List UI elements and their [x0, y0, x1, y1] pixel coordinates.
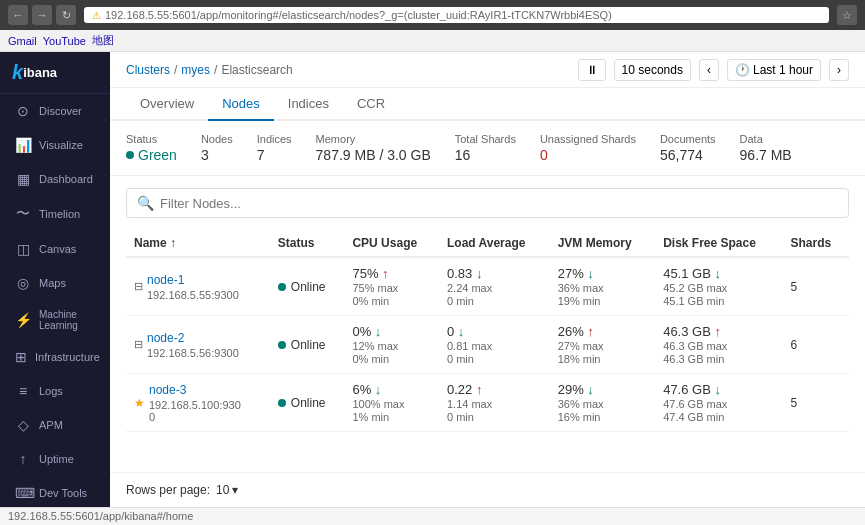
youtube-link[interactable]: YouTube	[43, 35, 86, 47]
uptime-icon: ↑	[15, 451, 31, 467]
cell-shards: 6	[783, 316, 849, 374]
maps-link[interactable]: 地图	[92, 33, 114, 48]
breadcrumb-sep: /	[214, 63, 217, 77]
url-bar[interactable]: ⚠ 192.168.5.55:5601/app/monitoring#/elas…	[84, 7, 829, 23]
cell-node-name: ★ node-3 192.168.5.100:9300	[126, 374, 270, 432]
sidebar-item-ml[interactable]: ⚡ Machine Learning	[0, 300, 110, 340]
sidebar-item-devtools[interactable]: ⌨ Dev Tools	[0, 476, 110, 507]
sidebar-item-label: Maps	[39, 277, 66, 289]
up-arrow-icon: ↑	[382, 266, 389, 281]
load-sub2: 0 min	[447, 295, 542, 307]
jvm-sub2: 16% min	[558, 411, 647, 423]
stat-unassigned-shards: Unassigned Shards 0	[540, 133, 636, 163]
filter-bar[interactable]: 🔍	[126, 188, 849, 218]
col-header-jvm: JVM Memory	[550, 230, 655, 257]
node-grid-icon: ⊟	[134, 338, 143, 351]
data-value: 96.7 MB	[740, 147, 792, 163]
jvm-main: 26% ↑	[558, 324, 647, 339]
tab-ccr[interactable]: CCR	[343, 88, 399, 121]
rows-footer: Rows per page: 10 ▾	[110, 472, 865, 507]
back-button[interactable]: ←	[8, 5, 28, 25]
node-1-ip: 192.168.5.55:9300	[147, 289, 239, 301]
status-online-icon	[278, 341, 286, 349]
status-label: Online	[291, 338, 326, 352]
cell-node-status: Online	[270, 316, 345, 374]
node-2-link[interactable]: node-2	[147, 331, 184, 345]
sidebar-item-dashboard[interactable]: ▦ Dashboard	[0, 162, 110, 196]
cpu-sub2: 1% min	[352, 411, 431, 423]
cpu-sub: 12% max	[352, 340, 431, 352]
sidebar-item-label: Canvas	[39, 243, 76, 255]
breadcrumb-sep: /	[174, 63, 177, 77]
breadcrumb-clusters[interactable]: Clusters	[126, 63, 170, 77]
canvas-icon: ◫	[15, 241, 31, 257]
sidebar-item-label: Dev Tools	[39, 487, 87, 499]
load-main: 0.83 ↓	[447, 266, 542, 281]
sidebar-item-maps[interactable]: ◎ Maps	[0, 266, 110, 300]
sidebar: kibana ⊙ Discover 📊 Visualize ▦ Dashboar…	[0, 52, 110, 507]
cell-jvm: 29% ↓ 36% max 16% min	[550, 374, 655, 432]
nodes-table: Name ↑ Status CPU Usage Load Average JVM…	[126, 230, 849, 432]
node-star-icon: ★	[134, 396, 145, 410]
col-header-name[interactable]: Name ↑	[126, 230, 270, 257]
sidebar-item-visualize[interactable]: 📊 Visualize	[0, 128, 110, 162]
tab-overview[interactable]: Overview	[126, 88, 208, 121]
cell-load: 0 ↓ 0.81 max 0 min	[439, 316, 550, 374]
breadcrumb-myes[interactable]: myes	[181, 63, 210, 77]
forward-button[interactable]: →	[32, 5, 52, 25]
sidebar-item-uptime[interactable]: ↑ Uptime	[0, 442, 110, 476]
prev-time-button[interactable]: ‹	[699, 59, 719, 81]
next-time-button[interactable]: ›	[829, 59, 849, 81]
table-row: ⊟ node-2 192.168.5.56:9300 Online	[126, 316, 849, 374]
shards-value: 6	[791, 338, 798, 352]
tab-nodes[interactable]: Nodes	[208, 88, 274, 121]
load-sub: 0.81 max	[447, 340, 542, 352]
node-3-link[interactable]: node-3	[149, 383, 186, 397]
up-arrow-icon: ↑	[587, 324, 594, 339]
refresh-button[interactable]: ↻	[56, 5, 76, 25]
sidebar-item-label: Visualize	[39, 139, 83, 151]
pause-button[interactable]: ⏸	[578, 59, 606, 81]
disk-main: 46.3 GB ↑	[663, 324, 774, 339]
down-arrow-icon: ↓	[375, 324, 382, 339]
node-1-link[interactable]: node-1	[147, 273, 184, 287]
rows-select-button[interactable]: 10 ▾	[216, 483, 238, 497]
total-shards-label: Total Shards	[455, 133, 516, 145]
data-label: Data	[740, 133, 792, 145]
sidebar-item-canvas[interactable]: ◫ Canvas	[0, 232, 110, 266]
status-url: 192.168.5.55:5601/app/kibana#/home	[8, 510, 193, 522]
table-row: ★ node-3 192.168.5.100:9300 Online	[126, 374, 849, 432]
search-icon: 🔍	[137, 195, 154, 211]
table-row: ⊟ node-1 192.168.5.55:9300 Online	[126, 257, 849, 316]
cell-node-status: Online	[270, 374, 345, 432]
stat-total-shards: Total Shards 16	[455, 133, 516, 163]
jvm-sub2: 19% min	[558, 295, 647, 307]
stat-memory: Memory 787.9 MB / 3.0 GB	[316, 133, 431, 163]
sidebar-item-infrastructure[interactable]: ⊞ Infrastructure	[0, 340, 110, 374]
tab-indices[interactable]: Indices	[274, 88, 343, 121]
sidebar-item-logs[interactable]: ≡ Logs	[0, 374, 110, 408]
top-controls: ⏸ 10 seconds ‹ 🕐 Last 1 hour ›	[578, 59, 849, 81]
sidebar-item-label: Dashboard	[39, 173, 93, 185]
filter-input[interactable]	[160, 196, 838, 211]
sidebar-item-label: Machine Learning	[39, 309, 98, 331]
documents-value: 56,774	[660, 147, 716, 163]
sidebar-item-apm[interactable]: ◇ APM	[0, 408, 110, 442]
total-shards-value: 16	[455, 147, 516, 163]
interval-button[interactable]: 10 seconds	[614, 59, 691, 81]
disk-main: 47.6 GB ↓	[663, 382, 774, 397]
ml-icon: ⚡	[15, 312, 31, 328]
time-range-button[interactable]: 🕐 Last 1 hour	[727, 59, 821, 81]
bookmark-button[interactable]: ☆	[837, 5, 857, 25]
memory-value: 787.9 MB / 3.0 GB	[316, 147, 431, 163]
jvm-sub: 36% max	[558, 398, 647, 410]
disk-sub: 47.6 GB max	[663, 398, 774, 410]
sidebar-item-label: Timelion	[39, 208, 80, 220]
interval-label: 10 seconds	[622, 63, 683, 77]
down-arrow-icon: ↓	[375, 382, 382, 397]
sidebar-item-timelion[interactable]: 〜 Timelion	[0, 196, 110, 232]
gmail-link[interactable]: Gmail	[8, 35, 37, 47]
sidebar-item-discover[interactable]: ⊙ Discover	[0, 94, 110, 128]
sidebar-item-label: Uptime	[39, 453, 74, 465]
infrastructure-icon: ⊞	[15, 349, 27, 365]
